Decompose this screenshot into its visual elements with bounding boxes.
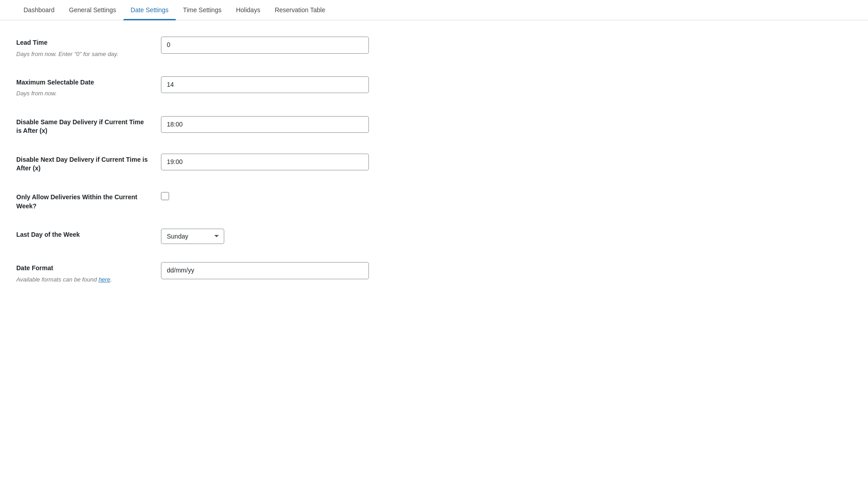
date-format-label: Date Format <box>16 264 150 273</box>
last-day-week-label: Last Day of the Week <box>16 230 150 239</box>
date-format-hint-link[interactable]: here <box>99 276 110 283</box>
tab-general-settings[interactable]: General Settings <box>62 0 123 20</box>
max-date-label-col: Maximum Selectable Date Days from now. <box>16 75 161 98</box>
date-format-hint: Available formats can be found here. <box>16 276 150 284</box>
lead-time-row: Lead Time Days from now. Enter "0" for s… <box>16 35 617 58</box>
last-day-week-row: Last Day of the Week Sunday Monday Tuesd… <box>16 227 617 244</box>
tab-time-settings[interactable]: Time Settings <box>176 0 229 20</box>
max-date-label: Maximum Selectable Date <box>16 78 150 87</box>
lead-time-label: Lead Time <box>16 38 150 47</box>
only-current-week-checkbox[interactable] <box>161 192 169 200</box>
lead-time-label-col: Lead Time Days from now. Enter "0" for s… <box>16 35 161 58</box>
tab-dashboard[interactable]: Dashboard <box>16 0 62 20</box>
last-day-week-select[interactable]: Sunday Monday Tuesday Wednesday Thursday… <box>161 229 224 244</box>
disable-next-day-input[interactable] <box>161 154 369 171</box>
nav-tabs: Dashboard General Settings Date Settings… <box>0 0 868 20</box>
disable-same-day-control <box>161 114 617 133</box>
date-format-control <box>161 260 617 279</box>
disable-next-day-row: Disable Next Day Delivery if Current Tim… <box>16 152 617 173</box>
disable-same-day-row: Disable Same Day Delivery if Current Tim… <box>16 114 617 136</box>
disable-next-day-control <box>161 152 617 171</box>
disable-next-day-label: Disable Next Day Delivery if Current Tim… <box>16 155 150 173</box>
disable-same-day-label-col: Disable Same Day Delivery if Current Tim… <box>16 114 161 136</box>
content-area: Lead Time Days from now. Enter "0" for s… <box>0 20 633 314</box>
last-day-week-control: Sunday Monday Tuesday Wednesday Thursday… <box>161 227 617 244</box>
max-date-control <box>161 75 617 94</box>
disable-same-day-label: Disable Same Day Delivery if Current Tim… <box>16 118 150 136</box>
max-date-input[interactable] <box>161 76 369 94</box>
date-format-hint-prefix: Available formats can be found <box>16 276 99 283</box>
only-current-week-label-col: Only Allow Deliveries Within the Current… <box>16 189 161 211</box>
max-date-row: Maximum Selectable Date Days from now. <box>16 75 617 98</box>
last-day-week-label-col: Last Day of the Week <box>16 227 161 239</box>
date-format-row: Date Format Available formats can be fou… <box>16 260 617 284</box>
date-format-input[interactable] <box>161 262 369 279</box>
lead-time-input[interactable] <box>161 37 369 54</box>
disable-same-day-input[interactable] <box>161 116 369 133</box>
date-format-hint-suffix: . <box>110 276 112 283</box>
only-current-week-row: Only Allow Deliveries Within the Current… <box>16 189 617 211</box>
lead-time-hint: Days from now. Enter "0" for same day. <box>16 50 150 58</box>
disable-next-day-label-col: Disable Next Day Delivery if Current Tim… <box>16 152 161 173</box>
tab-date-settings[interactable]: Date Settings <box>123 0 176 20</box>
lead-time-control <box>161 35 617 54</box>
date-format-label-col: Date Format Available formats can be fou… <box>16 260 161 284</box>
max-date-hint: Days from now. <box>16 89 150 98</box>
only-current-week-label: Only Allow Deliveries Within the Current… <box>16 193 150 211</box>
tab-reservation-table[interactable]: Reservation Table <box>268 0 333 20</box>
only-current-week-control <box>161 189 617 202</box>
page-wrapper: Dashboard General Settings Date Settings… <box>0 0 868 488</box>
tab-holidays[interactable]: Holidays <box>229 0 268 20</box>
